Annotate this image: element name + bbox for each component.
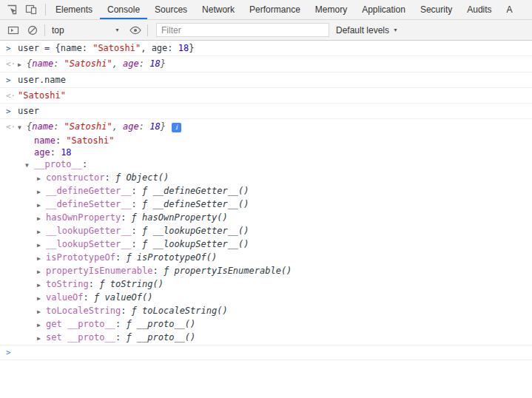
- code-segment: user = {name:: [18, 43, 92, 53]
- log-levels-dropdown[interactable]: Default levels ▼: [336, 25, 398, 36]
- prompt-chevron-icon: >: [6, 348, 18, 358]
- tab-a[interactable]: A: [499, 0, 520, 19]
- tabbar-icon-group: [0, 0, 43, 19]
- disclosure-collapsed-icon[interactable]: ▶: [37, 267, 46, 277]
- code-segment: {: [27, 121, 32, 132]
- disclosure-collapsed-icon[interactable]: ▶: [37, 294, 46, 304]
- code-segment: __defineGetter__: [46, 186, 132, 196]
- input-chevron-icon: >: [6, 75, 18, 86]
- disclosure-collapsed-icon[interactable]: ▶: [37, 320, 46, 331]
- filter-input[interactable]: [156, 23, 329, 37]
- disclosure-collapsed-icon[interactable]: ▶: [37, 307, 46, 317]
- code-segment: :: [115, 332, 126, 343]
- tab-audits[interactable]: Audits: [459, 0, 499, 19]
- code-segment: :: [115, 319, 126, 329]
- console-result-row: <·▼{name: "Satoshi", age: 18}i: [0, 119, 532, 135]
- disclosure-collapsed-icon[interactable]: ▶: [37, 334, 46, 344]
- code-segment: name: [34, 135, 55, 146]
- tab-performance[interactable]: Performance: [242, 0, 308, 19]
- code-segment: :: [115, 252, 126, 263]
- code-segment: __proto__: [34, 159, 82, 169]
- code-segment: ƒ Object(): [115, 172, 169, 183]
- tab-elements[interactable]: Elements: [48, 0, 100, 19]
- code-segment: :: [53, 121, 64, 132]
- console-result-row: <·▶{name: "Satoshi", age: 18}: [0, 56, 532, 72]
- code-segment: user: [18, 106, 39, 116]
- tab-memory[interactable]: Memory: [308, 0, 354, 19]
- code-segment: age: [123, 121, 139, 132]
- result-chevron-icon: <·: [6, 122, 18, 132]
- console-prompt-row[interactable]: >: [0, 345, 532, 360]
- code-segment: ƒ __defineGetter__(): [142, 186, 249, 196]
- context-selector[interactable]: top ▼: [52, 25, 120, 36]
- disclosure-collapsed-icon[interactable]: ▶: [18, 60, 27, 70]
- code-segment: name: [32, 58, 53, 69]
- console-tree-row: ▶__lookupSetter__: ƒ __lookupSetter__(): [0, 238, 532, 252]
- code-segment: :: [139, 121, 149, 132]
- code-segment: :: [53, 58, 64, 69]
- inspect-element-icon[interactable]: [2, 1, 21, 18]
- code-segment: }: [161, 121, 166, 132]
- tab-sources[interactable]: Sources: [147, 0, 195, 19]
- disclosure-collapsed-icon[interactable]: ▶: [37, 254, 46, 264]
- eye-icon[interactable]: [126, 21, 145, 39]
- code-segment: :: [84, 292, 94, 303]
- disclosure-collapsed-icon[interactable]: ▶: [37, 174, 46, 184]
- console-input-row: >user: [0, 104, 532, 119]
- code-segment: toString: [46, 279, 89, 289]
- code-segment: isPrototypeOf: [46, 252, 115, 263]
- code-segment: :: [121, 212, 131, 223]
- code-segment: :: [121, 306, 131, 316]
- code-segment: , age:: [141, 43, 178, 53]
- console-tree-row: ▶valueOf: ƒ valueOf(): [0, 291, 532, 305]
- clear-console-icon[interactable]: [23, 21, 42, 39]
- console-messages[interactable]: >user = {name: "Satoshi", age: 18}<·▶{na…: [0, 41, 532, 398]
- disclosure-collapsed-icon[interactable]: ▶: [37, 227, 46, 237]
- tab-console[interactable]: Console: [100, 0, 147, 19]
- code-segment: __lookupSetter__: [46, 239, 132, 249]
- code-segment: 18: [61, 147, 71, 158]
- disclosure-collapsed-icon[interactable]: ▶: [37, 280, 46, 291]
- code-segment: "Satoshi": [64, 121, 112, 132]
- code-segment: constructor: [46, 172, 104, 183]
- input-chevron-icon: >: [6, 44, 18, 54]
- code-segment: ƒ __proto__(): [126, 332, 195, 343]
- context-selector-label: top: [52, 25, 64, 36]
- console-sidebar-icon[interactable]: [4, 21, 23, 39]
- code-segment: toLocaleString: [46, 306, 121, 316]
- code-segment: ƒ toString(): [99, 279, 164, 289]
- disclosure-collapsed-icon[interactable]: ▶: [37, 240, 46, 251]
- console-tree-row: ▶set __proto__: ƒ __proto__(): [0, 331, 532, 345]
- code-segment: hasOwnProperty: [46, 212, 121, 223]
- disclosure-expanded-icon[interactable]: ▼: [25, 161, 34, 171]
- log-levels-label: Default levels: [336, 25, 389, 36]
- chevron-down-icon: ▼: [393, 27, 398, 33]
- code-segment: "Satoshi": [64, 58, 112, 69]
- tab-strip: ElementsConsoleSourcesNetworkPerformance…: [48, 0, 520, 19]
- code-segment: ƒ valueOf(): [94, 292, 152, 303]
- tab-application[interactable]: Application: [354, 0, 413, 19]
- code-segment: 18: [178, 43, 189, 53]
- code-segment: }: [189, 43, 194, 53]
- code-segment: :: [132, 239, 142, 249]
- code-segment: age: [123, 58, 139, 69]
- tab-security[interactable]: Security: [413, 0, 459, 19]
- code-segment: :: [89, 279, 99, 289]
- disclosure-collapsed-icon[interactable]: ▶: [37, 214, 46, 224]
- code-segment: ,: [112, 121, 123, 132]
- code-segment: :: [104, 172, 115, 183]
- toolbar-divider: [45, 4, 46, 16]
- disclosure-collapsed-icon[interactable]: ▶: [37, 200, 46, 211]
- tab-network[interactable]: Network: [195, 0, 242, 19]
- devtools-window: ElementsConsoleSourcesNetworkPerformance…: [0, 0, 532, 398]
- code-segment: {: [27, 58, 32, 69]
- disclosure-collapsed-icon[interactable]: ▶: [37, 187, 46, 198]
- disclosure-expanded-icon[interactable]: ▼: [18, 123, 27, 133]
- toggle-device-toolbar-icon[interactable]: [21, 1, 41, 18]
- code-segment: }: [161, 58, 166, 69]
- code-segment: ƒ __defineSetter__(): [142, 199, 249, 209]
- toolbar-divider: [44, 24, 45, 36]
- code-segment: :: [132, 226, 142, 236]
- console-tree-row: ▶isPrototypeOf: ƒ isPrototypeOf(): [0, 252, 532, 265]
- input-chevron-icon: >: [6, 107, 18, 117]
